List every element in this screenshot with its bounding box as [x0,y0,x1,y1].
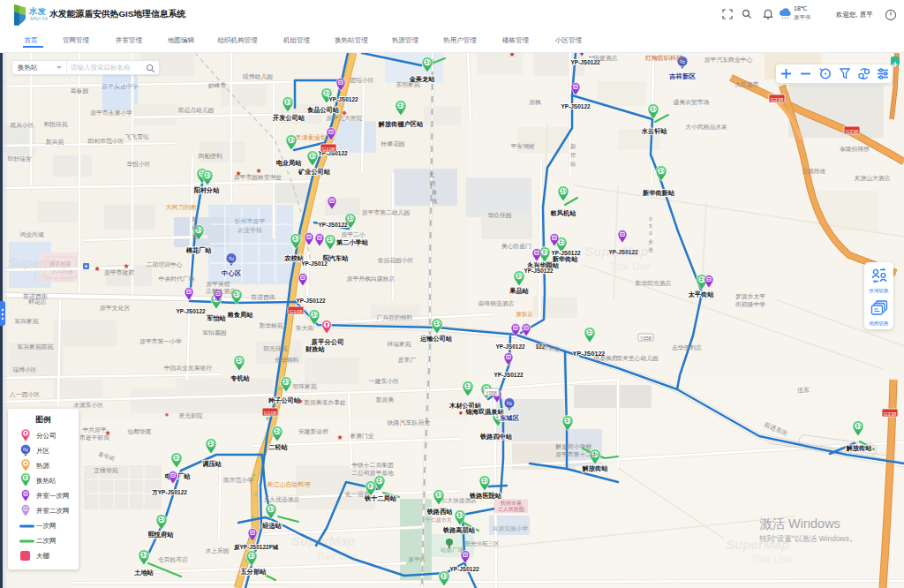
svg-text:●: ● [459,409,463,417]
svg-text:新华街新站: 新华街新站 [642,189,675,197]
svg-text:绥博幼儿园: 绥博幼儿园 [243,73,273,80]
svg-text:天涯山大酒店: 天涯山大酒店 [855,175,891,182]
svg-text:仓百姓布店: 仓百姓布店 [158,556,188,563]
svg-text:仁久快捷酒店: 仁久快捷酒店 [442,497,478,504]
svg-text:吉祥新区: 吉祥新区 [668,72,697,80]
svg-text:星光影院: 星光影院 [178,412,202,419]
svg-text:土地站: 土地站 [133,569,154,577]
svg-text:同: 同 [430,180,436,186]
svg-text:**快捷酒店: **快捷酒店 [589,55,618,62]
svg-text:G108: G108 [322,147,335,152]
svg-text:千仁超市大: 千仁超市大 [425,516,452,524]
svg-text:忻州市原平: 忻州市原平 [234,217,266,224]
svg-text:阳光佳苑三区: 阳光佳苑三区 [465,540,501,547]
svg-text:★: ★ [255,167,261,175]
svg-text:原平北大医院: 原平北大医院 [327,115,363,122]
svg-text:久红超市: 久红超市 [734,81,758,88]
svg-text:前进西街: 前进西街 [23,293,48,300]
svg-text:和悦佳苑: 和悦佳苑 [43,121,67,128]
svg-text:原平市第十二小: 原平市第十二小 [555,451,598,457]
svg-text:财政站: 财政站 [305,345,325,353]
svg-text:激活 Windows: 激活 Windows [759,516,840,531]
svg-text:道: 道 [648,247,653,253]
svg-text:原平文化宫: 原平文化宫 [100,305,130,312]
svg-text:崇锋精选酒店: 崇锋精选酒店 [478,300,515,307]
svg-text:YP-JS012: YP-JS012 [301,260,328,267]
svg-text:五分部站: 五分部站 [240,568,267,576]
svg-text:新原美: 新原美 [376,396,395,403]
svg-text:原平丹枫白露旅店: 原平丹枫白露旅店 [347,275,396,283]
svg-text:★: ★ [104,429,110,437]
svg-text:正楼华苑: 正楼华苑 [94,467,117,474]
svg-text:瑞博小区: 瑞博小区 [12,366,36,373]
svg-text:SuperMap: SuperMap [584,244,649,259]
svg-text:二公司原平基地: 二公司原平基地 [351,470,394,476]
svg-text:桂馨花园: 桂馨花园 [380,140,404,147]
svg-text:YP-JS0122: YP-JS0122 [561,103,591,109]
svg-text:军怡嘉园: 军怡嘉园 [202,329,226,336]
svg-text:锦海双温泉站: 锦海双温泉站 [464,408,504,416]
svg-text:铁路高层站: 铁路高层站 [442,526,476,534]
svg-text:京都大酒店: 京都大酒店 [206,288,236,295]
svg-text:原平市第一小学: 原平市第一小学 [139,338,182,344]
svg-text:★: ★ [297,397,303,405]
svg-text:街: 街 [570,161,576,168]
svg-text:万YP-JS0122: 万YP-JS0122 [151,489,187,496]
svg-text:中国农业发展银行: 中国农业发展银行 [164,365,213,372]
svg-text:中铁十二局集团: 中铁十二局集团 [351,462,394,469]
svg-text:军兴家苑: 军兴家苑 [14,318,38,325]
svg-text:家唐门业: 家唐门业 [350,433,373,440]
svg-text:广兴蓉韵饲料: 广兴蓉韵饲料 [377,314,413,321]
svg-text:原平宾馆: 原平宾馆 [206,281,230,288]
svg-text:兴原实验小学: 兴原实验小学 [493,525,529,532]
svg-text:YP-JS0122: YP-JS0122 [449,566,479,572]
svg-text:天津童涵包: 天津童涵包 [296,133,328,141]
svg-text:矿业公司站: 矿业公司站 [298,168,331,176]
svg-text:解放街棚户区站: 解放街棚户区站 [378,120,424,128]
svg-text:鼓风机站: 鼓风机站 [550,209,577,217]
svg-text:Trial Use: Trial Use [32,272,73,284]
svg-text:军怡站: 军怡站 [207,314,226,322]
svg-text:新华阳光酒店: 新华阳光酒店 [636,280,672,287]
svg-text:解放街小学校: 解放街小学校 [555,443,592,450]
svg-text:乡: 乡 [648,239,653,245]
svg-text:泰隆招待所: 泰隆招待所 [840,146,870,153]
svg-text:Trial Use: Trial Use [609,260,651,273]
svg-text:原YP-JS0122F城: 原YP-JS0122F城 [233,544,279,551]
svg-text:葛春园: 葛春园 [71,87,88,94]
svg-text:平安驾校: 平安驾校 [510,143,534,150]
svg-text:铁路西站: 铁路西站 [426,508,454,516]
svg-text:公路段改: 公路段改 [802,168,825,175]
svg-text:回船便利: 回船便利 [198,153,222,160]
svg-text:YP-JS0122: YP-JS0122 [318,222,348,228]
svg-text:华众佳园: 华众佳园 [487,212,511,219]
svg-text:东明家苑: 东明家苑 [396,81,419,88]
svg-text:YP-JS0122: YP-JS0122 [176,308,206,314]
svg-text:★: ★ [235,170,241,177]
svg-text:阳村分站: 阳村分站 [194,186,221,194]
svg-text:仙都华庭: 仙都华庭 [127,428,151,435]
svg-text:解放街站: 解放街站 [582,464,609,472]
svg-text:原平二小: 原平二小 [341,231,365,237]
svg-text:YP-JS0122: YP-JS0122 [328,96,358,102]
svg-text:原平实达中学: 原平实达中学 [102,83,139,89]
svg-text:祥瑞家苑: 祥瑞家苑 [387,341,411,348]
svg-text:G108: G108 [264,411,277,416]
svg-text:盛美农贸市场: 盛美农贸市场 [674,99,710,106]
svg-text:华悦小区: 华悦小区 [126,161,150,168]
svg-text:伍东: 伍东 [797,387,810,393]
svg-text:太平街站: 太平街站 [688,290,715,298]
svg-text:军兴家苑南苑: 军兴家苑南苑 [18,343,54,351]
svg-text:第二小学站: 第二小学站 [335,238,369,246]
svg-text:铁路汽车队宿舍: 铁路汽车队宿舍 [387,418,431,426]
svg-text:双兴小区: 双兴小区 [10,122,34,129]
svg-text:G108: G108 [290,309,303,314]
svg-text:水渥东小区: 水渥东小区 [73,402,103,409]
svg-text:明珠家苑: 明珠家苑 [292,383,316,390]
svg-text:二人民医院: 二人民医院 [498,506,524,513]
svg-text:水上乐园: 水上乐园 [205,547,229,554]
svg-text:东城区: 东城区 [500,414,520,422]
svg-text:九久优选酒店: 九久优选酒店 [264,496,300,503]
svg-text:Y058: Y058 [640,335,652,341]
svg-text:化一宿舍: 化一宿舍 [345,490,370,498]
